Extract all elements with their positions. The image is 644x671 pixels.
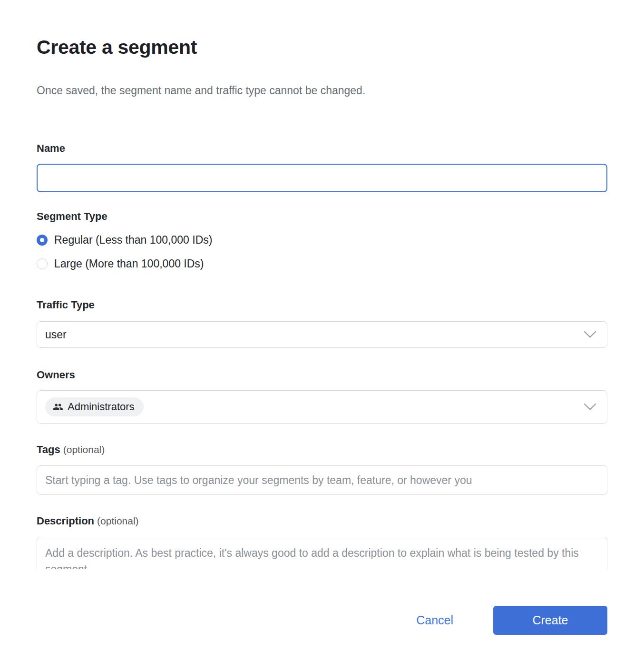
radio-option-regular[interactable]: Regular (Less than 100,000 IDs) <box>37 233 607 247</box>
page-title: Create a segment <box>37 35 607 59</box>
tags-label-text: Tags <box>37 444 60 455</box>
description-textarea[interactable] <box>37 537 607 569</box>
chevron-down-icon <box>584 403 596 411</box>
create-button[interactable]: Create <box>493 606 607 635</box>
name-input[interactable] <box>37 164 607 192</box>
cancel-button[interactable]: Cancel <box>416 613 453 627</box>
tags-input[interactable] <box>37 465 607 495</box>
description-textarea-clip <box>37 537 607 569</box>
radio-unselected-icon[interactable] <box>37 258 48 269</box>
owners-label: Owners <box>37 369 607 381</box>
owners-select[interactable]: Administrators <box>37 390 607 424</box>
dialog-footer: Cancel Create <box>37 606 607 671</box>
radio-option-label: Regular (Less than 100,000 IDs) <box>54 234 212 247</box>
tags-label: Tags(optional) <box>37 444 607 456</box>
traffic-type-select[interactable]: user <box>37 321 607 348</box>
radio-option-large[interactable]: Large (More than 100,000 IDs) <box>37 257 607 270</box>
segment-type-radio-group: Regular (Less than 100,000 IDs) Large (M… <box>37 233 607 270</box>
radio-option-label: Large (More than 100,000 IDs) <box>54 257 204 270</box>
tags-optional-note: (optional) <box>63 444 105 455</box>
description-label-text: Description <box>37 515 94 527</box>
segment-type-label: Segment Type <box>37 210 607 223</box>
traffic-type-label: Traffic Type <box>37 299 607 311</box>
dialog-subtitle: Once saved, the segment name and traffic… <box>37 85 607 97</box>
description-optional-note: (optional) <box>97 515 139 526</box>
owner-chip-label: Administrators <box>68 401 135 413</box>
name-label: Name <box>37 142 607 155</box>
chevron-down-icon <box>584 331 596 338</box>
create-segment-dialog: Create a segment Once saved, the segment… <box>0 35 644 671</box>
radio-selected-icon[interactable] <box>37 235 48 246</box>
description-label: Description(optional) <box>37 515 607 527</box>
people-icon <box>53 402 63 412</box>
traffic-type-value: user <box>45 328 67 341</box>
owner-chip-administrators[interactable]: Administrators <box>45 397 144 416</box>
